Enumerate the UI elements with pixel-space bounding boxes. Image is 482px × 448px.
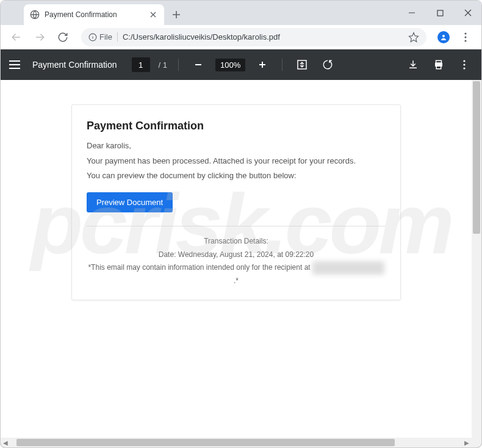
vertical-scrollbar-thumb[interactable] [473, 81, 480, 234]
svg-point-4 [464, 32, 466, 34]
transaction-details: Transaction Details: Date: Wednesday, Au… [87, 235, 386, 287]
close-icon[interactable] [148, 10, 158, 20]
browser-toolbar: File C:/Users/karolisliucveikis/Desktop/… [1, 25, 481, 49]
pdf-more-button[interactable] [456, 56, 473, 73]
vertical-scrollbar[interactable] [472, 80, 481, 438]
zoom-in-button[interactable] [254, 56, 271, 73]
svg-point-12 [463, 63, 465, 65]
zoom-out-button[interactable] [190, 56, 207, 73]
browser-tab[interactable]: Payment Confirmation [24, 4, 164, 25]
maximize-button[interactable] [431, 4, 448, 21]
document-card: Payment Confirmation Dear karolis, Your … [71, 104, 401, 300]
doc-heading: Payment Confirmation [87, 120, 386, 132]
back-button[interactable] [7, 27, 26, 47]
window-controls [403, 1, 477, 25]
pdf-menu-icon[interactable] [9, 60, 20, 69]
rotate-button[interactable] [319, 56, 336, 73]
pdf-page: Payment Confirmation Dear karolis, Your … [1, 80, 472, 438]
svg-point-13 [463, 67, 465, 69]
preview-document-button[interactable]: Preview Document [87, 192, 173, 212]
pdf-viewport: Payment Confirmation Dear karolis, Your … [1, 80, 481, 447]
tab-strip: Payment Confirmation [1, 1, 481, 25]
page-current-input[interactable]: 1 [132, 57, 150, 72]
doc-greeting: Dear karolis, [87, 139, 386, 154]
url-text: C:/Users/karolisliucveikis/Desktop/karol… [123, 32, 403, 42]
download-button[interactable] [405, 56, 422, 73]
horizontal-scrollbar[interactable]: ◀ ▶ [1, 438, 472, 447]
new-tab-button[interactable] [168, 6, 185, 23]
minimize-button[interactable] [403, 4, 420, 21]
scroll-right-icon[interactable]: ▶ [462, 438, 472, 447]
browser-menu-button[interactable] [456, 27, 475, 47]
footer-prefix: *This email may contain information inte… [88, 263, 312, 272]
footer-suffix: .* [234, 276, 239, 285]
page-total: / 1 [159, 60, 167, 70]
transaction-date: Date: Wednesday, August 21, 2024, at 09:… [87, 248, 386, 262]
svg-point-5 [464, 36, 466, 38]
scroll-left-icon[interactable]: ◀ [1, 438, 10, 447]
svg-point-3 [442, 35, 445, 37]
file-label: File [99, 32, 118, 42]
globe-icon [30, 10, 40, 20]
horizontal-scrollbar-thumb[interactable] [16, 439, 395, 446]
pdf-toolbar: Payment Confirmation 1 / 1 100% [1, 49, 481, 80]
redacted-recipient: redacted@email.com [312, 261, 384, 275]
fit-page-button[interactable] [293, 56, 311, 73]
forward-button[interactable] [30, 27, 49, 47]
tab-title: Payment Confirmation [45, 10, 143, 19]
scroll-corner [472, 438, 481, 447]
bookmark-star-icon[interactable] [408, 32, 419, 43]
svg-point-6 [464, 40, 466, 42]
info-icon [88, 33, 97, 42]
doc-line-2: You can preview the document by clicking… [87, 168, 386, 184]
doc-line-1: Your payment has been processed. Attache… [87, 154, 386, 169]
profile-button[interactable] [435, 29, 452, 46]
address-bar[interactable]: File C:/Users/karolisliucveikis/Desktop/… [81, 28, 426, 46]
browser-window: Payment Confirmation File C:/Users/karol… [0, 0, 482, 448]
print-button[interactable] [430, 56, 447, 73]
reload-button[interactable] [53, 27, 73, 47]
file-chip: File [88, 32, 118, 42]
pdf-title: Payment Confirmation [32, 60, 117, 70]
footer-notice: *This email may contain information inte… [87, 261, 386, 287]
svg-rect-1 [437, 10, 443, 16]
svg-point-11 [463, 60, 465, 62]
svg-rect-8 [436, 60, 442, 63]
person-icon [440, 34, 447, 41]
divider [87, 226, 386, 226]
details-label: Transaction Details: [87, 235, 386, 248]
zoom-level[interactable]: 100% [215, 59, 245, 71]
close-window-button[interactable] [459, 4, 477, 21]
